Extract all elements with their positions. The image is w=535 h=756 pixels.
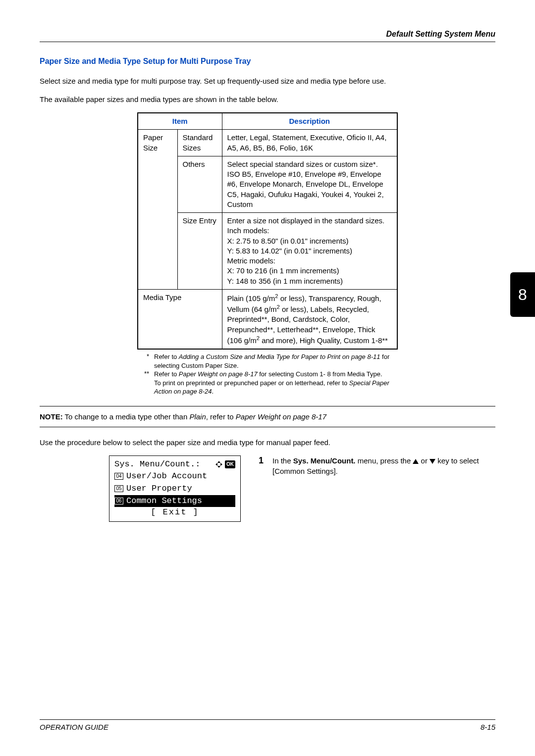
cell-others-desc: Select special standard sizes or custom …	[222, 156, 397, 212]
svg-marker-0	[217, 461, 220, 463]
svg-marker-1	[217, 466, 220, 468]
step-instruction: In the Sys. Menu/Count. menu, press the …	[272, 455, 495, 522]
note-label: NOTE:	[40, 412, 63, 421]
lcd-item-user-job-account: 04 User/Job Account	[114, 470, 235, 483]
cell-paper-size: Paper Size	[138, 130, 177, 290]
cell-standard-sizes-desc: Letter, Legal, Statement, Executive, Ofi…	[222, 130, 397, 156]
cell-size-entry-label: Size Entry	[177, 213, 222, 290]
th-description: Description	[222, 113, 397, 130]
down-triangle-icon	[429, 459, 435, 464]
header-rule	[40, 42, 495, 42]
footer-right: 8-15	[481, 723, 495, 731]
lcd-item-user-property: 05 User Property	[114, 483, 235, 495]
footnote-dstar-text: Refer to Paper Weight on page 8-17 for s…	[154, 370, 398, 396]
intro-paragraph-1: Select size and media type for multi pur…	[40, 76, 495, 86]
th-item: Item	[138, 113, 222, 130]
section-heading: Paper Size and Media Type Setup for Mult…	[40, 57, 495, 66]
cell-others-label: Others	[177, 156, 222, 212]
paper-size-table: Item Description Paper Size Standard Siz…	[137, 112, 398, 350]
svg-marker-3	[220, 463, 222, 466]
procedure-intro: Use the procedure below to select the pa…	[40, 437, 495, 448]
row-standard-sizes: Paper Size Standard Sizes Letter, Legal,…	[138, 130, 397, 156]
footnote-star-text: Refer to Adding a Custom Size and Media …	[154, 353, 398, 370]
step-number: 1	[259, 455, 272, 522]
cell-media-type-label: Media Type	[138, 289, 222, 349]
chapter-tab: 8	[510, 272, 535, 317]
lcd-item-common-settings: 06 Common Settings	[114, 495, 235, 507]
lcd-num-06: 06	[114, 498, 123, 504]
lcd-display: Sys. Menu/Count.: OK 04 User/Job Account…	[109, 455, 241, 522]
footnote-star-mark: *	[137, 353, 154, 370]
intro-paragraph-2: The available paper sizes and media type…	[40, 94, 495, 104]
footnote-dstar-mark: **	[137, 370, 154, 396]
svg-marker-2	[215, 463, 217, 466]
nav-arrows-icon	[215, 460, 223, 468]
lcd-title: Sys. Menu/Count.:	[114, 459, 200, 470]
lcd-label-0: User/Job Account	[126, 471, 207, 482]
ok-icon: OK	[225, 460, 235, 468]
lcd-num-04: 04	[114, 473, 123, 480]
running-header: Default Setting System Menu	[40, 30, 495, 39]
page-footer: OPERATION GUIDE 8-15	[40, 716, 495, 732]
up-triangle-icon	[413, 459, 419, 464]
cell-size-entry-desc: Enter a size not displayed in the standa…	[222, 213, 397, 290]
table-footnotes: * Refer to Adding a Custom Size and Medi…	[137, 353, 398, 396]
lcd-label-2: Common Settings	[126, 496, 202, 507]
row-media-type: Media Type Plain (105 g/m2 or less), Tra…	[138, 289, 397, 349]
cell-standard-sizes-label: Standard Sizes	[177, 130, 222, 156]
cell-media-type-desc: Plain (105 g/m2 or less), Transparency, …	[222, 289, 397, 349]
lcd-num-05: 05	[114, 485, 123, 492]
footer-left: OPERATION GUIDE	[40, 723, 108, 731]
lcd-label-1: User Property	[126, 483, 192, 495]
note-block: NOTE: To change to a media type other th…	[40, 406, 495, 427]
lcd-exit: [ Exit ]	[114, 507, 235, 518]
